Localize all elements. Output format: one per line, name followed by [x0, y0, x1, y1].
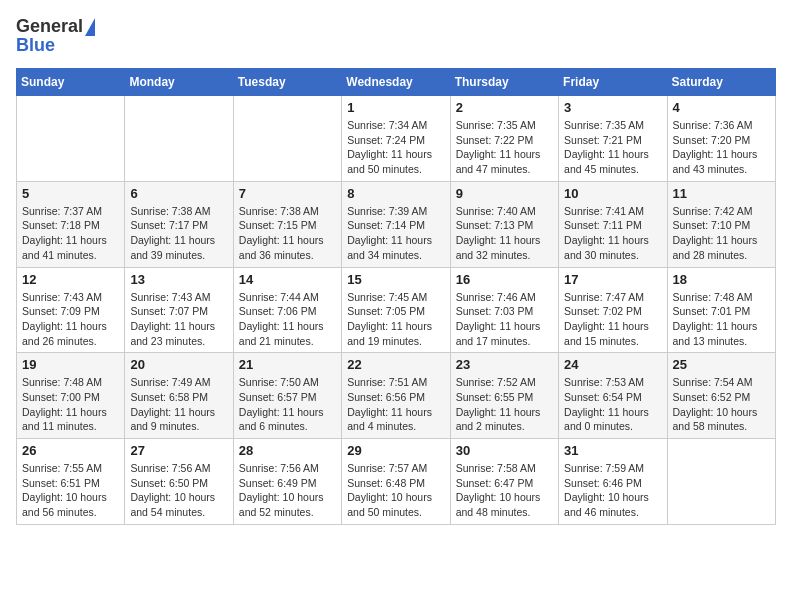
day-number: 20 — [130, 357, 227, 372]
day-number: 3 — [564, 100, 661, 115]
day-cell-8: 8Sunrise: 7:39 AM Sunset: 7:14 PM Daylig… — [342, 181, 450, 267]
day-info: Sunrise: 7:49 AM Sunset: 6:58 PM Dayligh… — [130, 375, 227, 434]
day-info: Sunrise: 7:37 AM Sunset: 7:18 PM Dayligh… — [22, 204, 119, 263]
day-number: 22 — [347, 357, 444, 372]
day-number: 27 — [130, 443, 227, 458]
week-row-5: 26Sunrise: 7:55 AM Sunset: 6:51 PM Dayli… — [17, 439, 776, 525]
empty-cell — [125, 96, 233, 182]
day-info: Sunrise: 7:54 AM Sunset: 6:52 PM Dayligh… — [673, 375, 770, 434]
day-cell-7: 7Sunrise: 7:38 AM Sunset: 7:15 PM Daylig… — [233, 181, 341, 267]
day-number: 17 — [564, 272, 661, 287]
day-cell-31: 31Sunrise: 7:59 AM Sunset: 6:46 PM Dayli… — [559, 439, 667, 525]
day-cell-15: 15Sunrise: 7:45 AM Sunset: 7:05 PM Dayli… — [342, 267, 450, 353]
day-info: Sunrise: 7:43 AM Sunset: 7:07 PM Dayligh… — [130, 290, 227, 349]
day-number: 30 — [456, 443, 553, 458]
weekday-header-monday: Monday — [125, 69, 233, 96]
day-cell-14: 14Sunrise: 7:44 AM Sunset: 7:06 PM Dayli… — [233, 267, 341, 353]
weekday-header-wednesday: Wednesday — [342, 69, 450, 96]
empty-cell — [233, 96, 341, 182]
day-info: Sunrise: 7:53 AM Sunset: 6:54 PM Dayligh… — [564, 375, 661, 434]
day-cell-20: 20Sunrise: 7:49 AM Sunset: 6:58 PM Dayli… — [125, 353, 233, 439]
day-cell-25: 25Sunrise: 7:54 AM Sunset: 6:52 PM Dayli… — [667, 353, 775, 439]
day-number: 1 — [347, 100, 444, 115]
day-cell-1: 1Sunrise: 7:34 AM Sunset: 7:24 PM Daylig… — [342, 96, 450, 182]
day-number: 21 — [239, 357, 336, 372]
day-cell-5: 5Sunrise: 7:37 AM Sunset: 7:18 PM Daylig… — [17, 181, 125, 267]
day-cell-4: 4Sunrise: 7:36 AM Sunset: 7:20 PM Daylig… — [667, 96, 775, 182]
day-info: Sunrise: 7:41 AM Sunset: 7:11 PM Dayligh… — [564, 204, 661, 263]
empty-cell — [17, 96, 125, 182]
empty-cell — [667, 439, 775, 525]
day-info: Sunrise: 7:44 AM Sunset: 7:06 PM Dayligh… — [239, 290, 336, 349]
week-row-2: 5Sunrise: 7:37 AM Sunset: 7:18 PM Daylig… — [17, 181, 776, 267]
day-info: Sunrise: 7:39 AM Sunset: 7:14 PM Dayligh… — [347, 204, 444, 263]
day-number: 15 — [347, 272, 444, 287]
day-number: 18 — [673, 272, 770, 287]
day-cell-26: 26Sunrise: 7:55 AM Sunset: 6:51 PM Dayli… — [17, 439, 125, 525]
day-info: Sunrise: 7:59 AM Sunset: 6:46 PM Dayligh… — [564, 461, 661, 520]
day-info: Sunrise: 7:56 AM Sunset: 6:50 PM Dayligh… — [130, 461, 227, 520]
day-info: Sunrise: 7:35 AM Sunset: 7:22 PM Dayligh… — [456, 118, 553, 177]
weekday-header-saturday: Saturday — [667, 69, 775, 96]
day-number: 26 — [22, 443, 119, 458]
day-number: 6 — [130, 186, 227, 201]
week-row-1: 1Sunrise: 7:34 AM Sunset: 7:24 PM Daylig… — [17, 96, 776, 182]
day-cell-22: 22Sunrise: 7:51 AM Sunset: 6:56 PM Dayli… — [342, 353, 450, 439]
page-header: General Blue — [16, 16, 776, 56]
day-cell-3: 3Sunrise: 7:35 AM Sunset: 7:21 PM Daylig… — [559, 96, 667, 182]
day-info: Sunrise: 7:38 AM Sunset: 7:17 PM Dayligh… — [130, 204, 227, 263]
day-number: 7 — [239, 186, 336, 201]
day-cell-13: 13Sunrise: 7:43 AM Sunset: 7:07 PM Dayli… — [125, 267, 233, 353]
calendar-table: SundayMondayTuesdayWednesdayThursdayFrid… — [16, 68, 776, 525]
day-cell-16: 16Sunrise: 7:46 AM Sunset: 7:03 PM Dayli… — [450, 267, 558, 353]
day-number: 11 — [673, 186, 770, 201]
day-number: 19 — [22, 357, 119, 372]
day-info: Sunrise: 7:38 AM Sunset: 7:15 PM Dayligh… — [239, 204, 336, 263]
day-cell-28: 28Sunrise: 7:56 AM Sunset: 6:49 PM Dayli… — [233, 439, 341, 525]
day-number: 9 — [456, 186, 553, 201]
day-number: 13 — [130, 272, 227, 287]
day-number: 24 — [564, 357, 661, 372]
week-row-3: 12Sunrise: 7:43 AM Sunset: 7:09 PM Dayli… — [17, 267, 776, 353]
day-info: Sunrise: 7:35 AM Sunset: 7:21 PM Dayligh… — [564, 118, 661, 177]
day-info: Sunrise: 7:40 AM Sunset: 7:13 PM Dayligh… — [456, 204, 553, 263]
day-info: Sunrise: 7:36 AM Sunset: 7:20 PM Dayligh… — [673, 118, 770, 177]
day-info: Sunrise: 7:42 AM Sunset: 7:10 PM Dayligh… — [673, 204, 770, 263]
day-cell-27: 27Sunrise: 7:56 AM Sunset: 6:50 PM Dayli… — [125, 439, 233, 525]
logo-blue: Blue — [16, 35, 55, 56]
day-number: 16 — [456, 272, 553, 287]
day-number: 5 — [22, 186, 119, 201]
weekday-header-friday: Friday — [559, 69, 667, 96]
weekday-header-sunday: Sunday — [17, 69, 125, 96]
day-cell-29: 29Sunrise: 7:57 AM Sunset: 6:48 PM Dayli… — [342, 439, 450, 525]
day-cell-2: 2Sunrise: 7:35 AM Sunset: 7:22 PM Daylig… — [450, 96, 558, 182]
weekday-header-row: SundayMondayTuesdayWednesdayThursdayFrid… — [17, 69, 776, 96]
day-number: 2 — [456, 100, 553, 115]
day-number: 12 — [22, 272, 119, 287]
logo-triangle-icon — [85, 18, 95, 36]
day-number: 29 — [347, 443, 444, 458]
day-cell-24: 24Sunrise: 7:53 AM Sunset: 6:54 PM Dayli… — [559, 353, 667, 439]
day-info: Sunrise: 7:51 AM Sunset: 6:56 PM Dayligh… — [347, 375, 444, 434]
weekday-header-thursday: Thursday — [450, 69, 558, 96]
day-info: Sunrise: 7:47 AM Sunset: 7:02 PM Dayligh… — [564, 290, 661, 349]
day-info: Sunrise: 7:50 AM Sunset: 6:57 PM Dayligh… — [239, 375, 336, 434]
day-cell-21: 21Sunrise: 7:50 AM Sunset: 6:57 PM Dayli… — [233, 353, 341, 439]
day-cell-19: 19Sunrise: 7:48 AM Sunset: 7:00 PM Dayli… — [17, 353, 125, 439]
day-number: 31 — [564, 443, 661, 458]
day-info: Sunrise: 7:46 AM Sunset: 7:03 PM Dayligh… — [456, 290, 553, 349]
day-number: 10 — [564, 186, 661, 201]
day-info: Sunrise: 7:55 AM Sunset: 6:51 PM Dayligh… — [22, 461, 119, 520]
day-info: Sunrise: 7:56 AM Sunset: 6:49 PM Dayligh… — [239, 461, 336, 520]
day-info: Sunrise: 7:34 AM Sunset: 7:24 PM Dayligh… — [347, 118, 444, 177]
day-info: Sunrise: 7:48 AM Sunset: 7:00 PM Dayligh… — [22, 375, 119, 434]
logo: General Blue — [16, 16, 95, 56]
day-cell-18: 18Sunrise: 7:48 AM Sunset: 7:01 PM Dayli… — [667, 267, 775, 353]
day-cell-30: 30Sunrise: 7:58 AM Sunset: 6:47 PM Dayli… — [450, 439, 558, 525]
day-cell-10: 10Sunrise: 7:41 AM Sunset: 7:11 PM Dayli… — [559, 181, 667, 267]
day-number: 14 — [239, 272, 336, 287]
day-number: 4 — [673, 100, 770, 115]
day-info: Sunrise: 7:45 AM Sunset: 7:05 PM Dayligh… — [347, 290, 444, 349]
day-cell-9: 9Sunrise: 7:40 AM Sunset: 7:13 PM Daylig… — [450, 181, 558, 267]
day-cell-23: 23Sunrise: 7:52 AM Sunset: 6:55 PM Dayli… — [450, 353, 558, 439]
